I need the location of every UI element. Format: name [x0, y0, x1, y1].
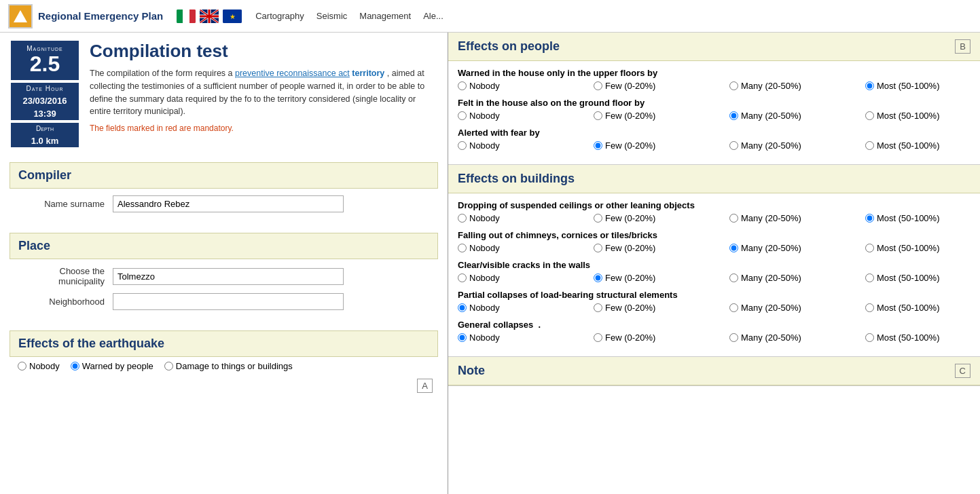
- nav-cartography[interactable]: Cartography: [255, 11, 304, 21]
- q7-nobody-radio[interactable]: [458, 303, 467, 312]
- q2-many[interactable]: Many (20-50%): [729, 111, 865, 121]
- q3-nobody[interactable]: Nobody: [458, 140, 594, 151]
- q3-many[interactable]: Many (20-50%): [729, 140, 865, 151]
- q6-many-radio[interactable]: [729, 273, 738, 282]
- q4-nobody-radio[interactable]: [458, 214, 467, 223]
- municipality-input[interactable]: [113, 268, 344, 285]
- flag-italian[interactable]: [177, 10, 196, 23]
- question-3-text: Alerted with fear by: [458, 128, 970, 138]
- q4-most[interactable]: Most (50-100%): [865, 213, 980, 223]
- q6-few-radio[interactable]: [594, 273, 602, 282]
- q6-most[interactable]: Most (50-100%): [865, 273, 980, 283]
- effect-nobody-label[interactable]: Nobody: [18, 361, 60, 371]
- q8-many[interactable]: Many (20-50%): [729, 332, 865, 343]
- q3-most-radio[interactable]: [865, 141, 874, 150]
- q7-few[interactable]: Few (0-20%): [594, 303, 729, 313]
- q8-nobody-radio[interactable]: [458, 333, 467, 342]
- q8-most[interactable]: Most (50-100%): [865, 332, 980, 343]
- question-5-text: Falling out of chimneys, cornices or til…: [458, 230, 970, 240]
- q3-nobody-radio[interactable]: [458, 141, 467, 150]
- q5-few-radio[interactable]: [594, 244, 602, 252]
- effect-damage-radio[interactable]: [164, 362, 173, 370]
- q4-many[interactable]: Many (20-50%): [729, 213, 865, 223]
- q7-many-radio[interactable]: [729, 303, 738, 312]
- q3-few[interactable]: Few (0-20%): [594, 140, 729, 151]
- effect-damage-label[interactable]: Damage to things or buildings: [164, 361, 293, 371]
- corner-label-c: C: [955, 364, 970, 378]
- q5-many-radio[interactable]: [729, 244, 738, 252]
- q4-nobody[interactable]: Nobody: [458, 213, 594, 223]
- q5-nobody-radio[interactable]: [458, 244, 467, 252]
- q4-most-radio[interactable]: [865, 214, 874, 223]
- effect-warned-radio[interactable]: [71, 362, 79, 370]
- q1-most-radio[interactable]: [865, 81, 874, 90]
- q5-most[interactable]: Most (50-100%): [865, 243, 980, 253]
- q5-few[interactable]: Few (0-20%): [594, 243, 729, 253]
- compiler-body: Name surname: [10, 189, 438, 226]
- nav-alerts[interactable]: Ale...: [423, 11, 443, 21]
- q2-most[interactable]: Most (50-100%): [865, 111, 980, 121]
- note-title: Note: [458, 364, 485, 378]
- logo-triangle: [14, 10, 27, 22]
- question-7-text: Partial collapses of load-bearing struct…: [458, 290, 970, 300]
- q2-most-radio[interactable]: [865, 111, 874, 120]
- q5-nobody[interactable]: Nobody: [458, 243, 594, 253]
- q7-most[interactable]: Most (50-100%): [865, 303, 980, 313]
- q6-many[interactable]: Many (20-50%): [729, 273, 865, 283]
- effects-people-section: Effects on people B Warned in the house …: [448, 33, 980, 165]
- flag-english[interactable]: [200, 10, 219, 23]
- nav-seismic[interactable]: Seismic: [316, 11, 348, 21]
- q8-many-radio[interactable]: [729, 333, 738, 342]
- q6-few[interactable]: Few (0-20%): [594, 273, 729, 283]
- q1-many[interactable]: Many (20-50%): [729, 81, 865, 91]
- flag-eu[interactable]: ★: [223, 10, 242, 23]
- nav-management[interactable]: Management: [359, 11, 411, 21]
- q1-nobody[interactable]: Nobody: [458, 81, 594, 91]
- place-body: Choose the municipality Neighborhood: [10, 259, 438, 324]
- compiler-section-header: Compiler: [10, 162, 438, 189]
- q2-few[interactable]: Few (0-20%): [594, 111, 729, 121]
- earthquake-effects-title: Effects of the earthquake: [18, 337, 164, 350]
- q3-most[interactable]: Most (50-100%): [865, 140, 980, 151]
- q8-nobody[interactable]: Nobody: [458, 332, 594, 343]
- svg-text:★: ★: [230, 13, 236, 20]
- q8-most-radio[interactable]: [865, 333, 874, 342]
- q2-nobody-radio[interactable]: [458, 111, 467, 120]
- effect-nobody-radio[interactable]: [18, 362, 26, 370]
- q2-nobody[interactable]: Nobody: [458, 111, 594, 121]
- q7-few-radio[interactable]: [594, 303, 602, 312]
- question-2-block: Felt in the house also on the ground flo…: [458, 98, 970, 121]
- q5-many[interactable]: Many (20-50%): [729, 243, 865, 253]
- effects-people-body: Warned in the house only in the upper fl…: [448, 61, 980, 164]
- q2-few-radio[interactable]: [594, 111, 602, 120]
- q6-most-radio[interactable]: [865, 273, 874, 282]
- q4-few-radio[interactable]: [594, 214, 602, 223]
- question-1-options: Nobody Few (0-20%) Many (20-50%) Most (5…: [458, 81, 970, 91]
- q5-most-radio[interactable]: [865, 244, 874, 252]
- q3-many-radio[interactable]: [729, 141, 738, 150]
- q3-few-radio[interactable]: [594, 141, 602, 150]
- q4-many-radio[interactable]: [729, 214, 738, 223]
- q7-many[interactable]: Many (20-50%): [729, 303, 865, 313]
- corner-label-a: A: [417, 379, 433, 393]
- q1-nobody-radio[interactable]: [458, 81, 467, 90]
- q8-few[interactable]: Few (0-20%): [594, 332, 729, 343]
- q1-most[interactable]: Most (50-100%): [865, 81, 980, 91]
- q4-few[interactable]: Few (0-20%): [594, 213, 729, 223]
- question-4-options: Nobody Few (0-20%) Many (20-50%) Most (5…: [458, 213, 970, 223]
- question-3-options: Nobody Few (0-20%) Many (20-50%) Most (5…: [458, 140, 970, 151]
- neighborhood-input[interactable]: [113, 293, 344, 310]
- q7-nobody[interactable]: Nobody: [458, 303, 594, 313]
- question-1-text: Warned in the house only in the upper fl…: [458, 68, 970, 78]
- q1-few-radio[interactable]: [594, 81, 602, 90]
- name-surname-input[interactable]: [113, 195, 344, 212]
- q6-nobody[interactable]: Nobody: [458, 273, 594, 283]
- desc-link[interactable]: preventive reconnaissance act: [235, 69, 350, 78]
- effect-warned-label[interactable]: Warned by people: [71, 361, 153, 371]
- q6-nobody-radio[interactable]: [458, 273, 467, 282]
- q7-most-radio[interactable]: [865, 303, 874, 312]
- q1-many-radio[interactable]: [729, 81, 738, 90]
- q8-few-radio[interactable]: [594, 333, 602, 342]
- q1-few[interactable]: Few (0-20%): [594, 81, 729, 91]
- q2-many-radio[interactable]: [729, 111, 738, 120]
